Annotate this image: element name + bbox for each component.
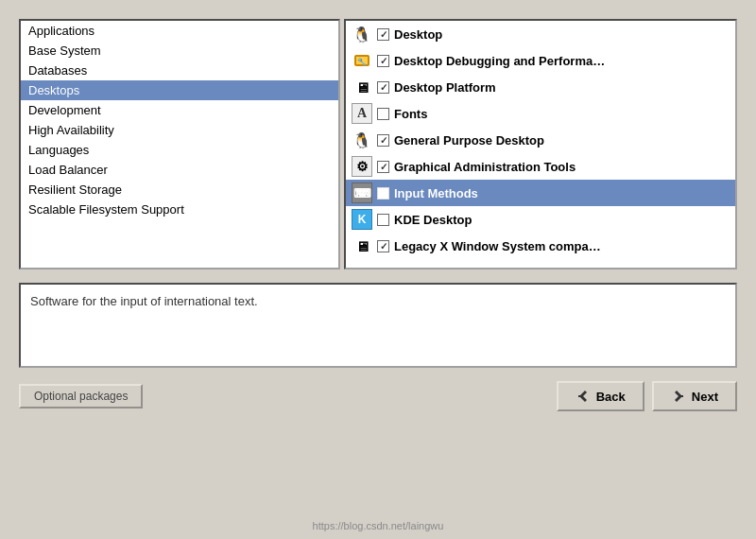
left-item-applications[interactable]: Applications xyxy=(21,21,338,41)
legacy-x-checkbox[interactable] xyxy=(377,240,389,252)
right-item-kde-desktop[interactable]: K KDE Desktop xyxy=(346,206,735,233)
description-box: Software for the input of international … xyxy=(19,283,737,368)
lists-row: Applications Base System Databases Deskt… xyxy=(19,19,737,270)
left-item-scalable-filesystem[interactable]: Scalable Filesystem Support xyxy=(21,200,338,219)
right-item-legacy-x[interactable]: 🖥 Legacy X Window System compa… xyxy=(346,233,735,259)
svg-text:🔧: 🔧 xyxy=(357,57,367,66)
general-desktop-icon: 🐧 xyxy=(352,130,372,150)
main-container: Applications Base System Databases Deskt… xyxy=(0,0,756,539)
right-list-content[interactable]: 🐧 Desktop 🔧 Desktop Debugging and Perfor… xyxy=(346,21,735,268)
right-item-general-desktop[interactable]: 🐧 General Purpose Desktop xyxy=(346,127,735,153)
bottom-bar: Optional packages Back Next xyxy=(19,381,737,411)
svg-rect-7 xyxy=(578,395,580,397)
watermark: https://blog.csdn.net/laingwu xyxy=(313,520,444,531)
back-button[interactable]: Back xyxy=(557,381,644,411)
left-panel: Applications Base System Databases Deskt… xyxy=(19,19,340,270)
fonts-icon: A xyxy=(352,103,372,124)
legacy-x-icon: 🖥 xyxy=(352,235,372,256)
next-label: Next xyxy=(692,390,718,404)
left-list-content[interactable]: Applications Base System Databases Deskt… xyxy=(21,21,338,268)
right-item-desktop-platform[interactable]: 🖥 Desktop Platform xyxy=(346,74,735,100)
left-item-base-system[interactable]: Base System xyxy=(21,41,338,61)
description-text: Software for the input of international … xyxy=(30,294,258,308)
left-item-languages[interactable]: Languages xyxy=(21,140,338,160)
svg-marker-6 xyxy=(579,391,587,402)
debug-checkbox[interactable] xyxy=(377,55,389,67)
right-item-desktop-debug[interactable]: 🔧 Desktop Debugging and Performa… xyxy=(346,47,735,74)
desktop-icon: 🐧 xyxy=(352,24,372,44)
right-item-input-methods[interactable]: ⌨ Input Methods xyxy=(346,180,735,206)
input-methods-checkbox[interactable] xyxy=(377,187,389,200)
svg-marker-8 xyxy=(675,391,682,402)
next-arrow-icon xyxy=(671,389,686,404)
optional-packages-button[interactable]: Optional packages xyxy=(19,384,143,409)
svg-rect-9 xyxy=(681,395,683,397)
desktop-checkbox[interactable] xyxy=(377,28,389,41)
left-item-load-balancer[interactable]: Load Balancer xyxy=(21,160,338,180)
left-item-high-availability[interactable]: High Availability xyxy=(21,120,338,140)
left-item-development[interactable]: Development xyxy=(21,100,338,120)
graphical-admin-checkbox[interactable] xyxy=(377,161,389,173)
right-item-desktop[interactable]: 🐧 Desktop xyxy=(346,21,735,47)
left-item-databases[interactable]: Databases xyxy=(21,61,338,80)
back-arrow-icon xyxy=(576,389,591,404)
fonts-checkbox[interactable] xyxy=(377,108,389,120)
left-item-desktops[interactable]: Desktops xyxy=(21,80,338,100)
next-button[interactable]: Next xyxy=(652,381,737,411)
left-item-resilient-storage[interactable]: Resilient Storage xyxy=(21,180,338,200)
platform-icon: 🖥 xyxy=(352,77,372,97)
general-desktop-checkbox[interactable] xyxy=(377,134,389,147)
kde-desktop-checkbox[interactable] xyxy=(377,214,389,226)
right-panel: 🐧 Desktop 🔧 Desktop Debugging and Perfor… xyxy=(344,19,737,270)
debug-icon: 🔧 xyxy=(352,50,372,71)
back-label: Back xyxy=(596,390,626,404)
kde-desktop-icon: K xyxy=(352,209,372,230)
platform-checkbox[interactable] xyxy=(377,81,389,94)
right-item-fonts[interactable]: A Fonts xyxy=(346,100,735,127)
input-methods-icon: ⌨ xyxy=(352,183,372,203)
graphical-admin-icon: ⚙ xyxy=(352,156,372,177)
right-item-graphical-admin[interactable]: ⚙ Graphical Administration Tools xyxy=(346,153,735,180)
